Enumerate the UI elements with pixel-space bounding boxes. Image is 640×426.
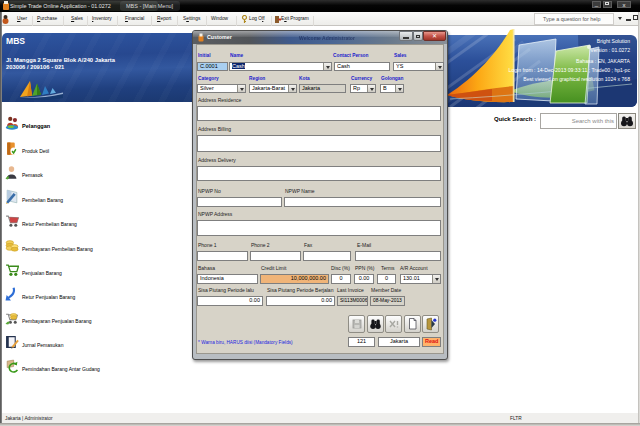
svg-text:Login from : 14-Dec-2013 09:33: Login from : 14-Dec-2013 09:33:11 ; Trad… [509,67,631,73]
svg-text:Bahasa : EN, JAKARTA: Bahasa : EN, JAKARTA [576,58,630,64]
svg-text:Best viewed on graphical resol: Best viewed on graphical resolution 1024… [523,76,630,82]
svg-text:Bright Solution: Bright Solution [597,38,630,44]
svg-text:Version : 01.0272: Version : 01.0272 [590,47,630,53]
